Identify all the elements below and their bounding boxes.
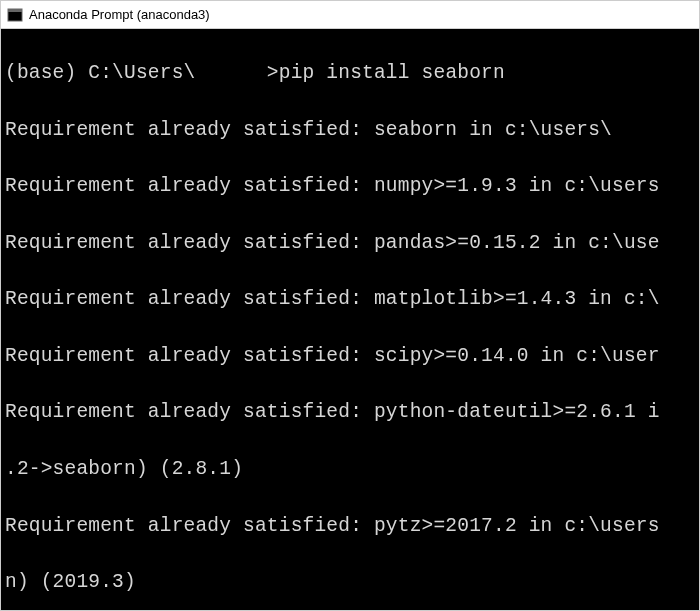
output-line: Requirement already satisfied: matplotli… <box>5 285 695 313</box>
output-line: n) (2019.3) <box>5 568 695 596</box>
output-line: Requirement already satisfied: pandas>=0… <box>5 229 695 257</box>
terminal-window: Anaconda Prompt (anaconda3) (base) C:\Us… <box>0 0 700 611</box>
output-line: Requirement already satisfied: scipy>=0.… <box>5 342 695 370</box>
window-title: Anaconda Prompt (anaconda3) <box>29 7 210 22</box>
output-line: Requirement already satisfied: numpy>=1.… <box>5 172 695 200</box>
terminal-body[interactable]: (base) C:\Users\ ‪>pip install seaborn R… <box>1 29 699 610</box>
prompt-command: pip install seaborn <box>279 62 505 84</box>
output-line: Requirement already satisfied: pytz>=201… <box>5 512 695 540</box>
prompt-prefix: (base) C:\Users\ ‪> <box>5 62 279 84</box>
titlebar[interactable]: Anaconda Prompt (anaconda3) <box>1 1 699 29</box>
terminal-icon <box>7 7 23 23</box>
prompt-line: (base) C:\Users\ ‪>pip install seaborn <box>5 59 695 87</box>
output-line: Requirement already satisfied: seaborn i… <box>5 116 695 144</box>
output-line: Requirement already satisfied: python-da… <box>5 398 695 426</box>
output-line: .2->seaborn) (2.8.1) <box>5 455 695 483</box>
svg-rect-1 <box>8 9 22 12</box>
